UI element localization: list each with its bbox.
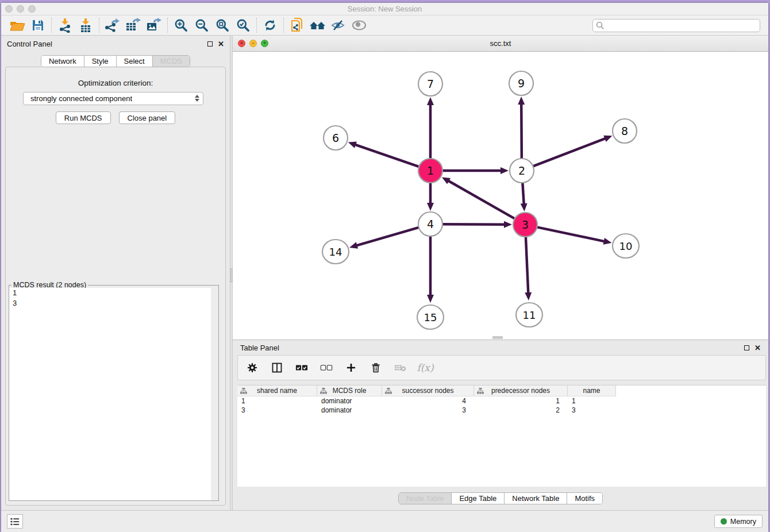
svg-text:9: 9 [518,77,525,90]
cell-predecessor-nodes[interactable]: 2 [474,406,568,415]
memory-button[interactable]: Memory [714,515,763,528]
tab-select[interactable]: Select [117,56,153,67]
graph-edge-4-3[interactable] [442,224,505,225]
graph-node-14[interactable]: 14 [322,240,349,264]
graph-node-3[interactable]: 3 [513,213,537,237]
graph-edge-3-1[interactable] [448,180,514,218]
cell-mcds-role[interactable]: dominator [317,396,382,406]
zoom-selected-button[interactable] [233,17,253,34]
import-table-button[interactable] [75,17,96,34]
cell-name[interactable]: 3 [568,406,616,415]
show-graphics-details-button[interactable] [349,17,369,34]
column-header-shared-name[interactable]: shared name [237,385,317,396]
search-input[interactable] [592,19,760,32]
column-header-successor-nodes[interactable]: successor nodes [382,385,474,396]
graph-node-11[interactable]: 11 [516,303,542,327]
column-label: name [583,387,600,395]
create-column-button[interactable] [344,360,359,375]
graph-node-7[interactable]: 7 [418,72,442,96]
network-minimize-button[interactable]: − [249,40,257,47]
toggle-panel-mode-button[interactable] [270,360,284,375]
result-scrollbar[interactable] [211,288,218,500]
graph-node-15[interactable]: 15 [417,305,444,329]
export-table-button[interactable] [123,17,144,34]
graph-node-4[interactable]: 4 [418,212,442,236]
network-graph[interactable]: 7968124314101511 [233,52,768,340]
float-table-panel-icon[interactable] [744,345,749,350]
graph-node-6[interactable]: 6 [324,126,348,150]
close-panel-icon[interactable]: ✕ [218,41,224,47]
cell-mcds-role[interactable]: dominator [317,406,382,415]
tab-network[interactable]: Network [41,56,84,67]
function-builder-button[interactable]: f(x) [418,360,433,375]
optimization-criterion-label: Optimization criterion: [6,79,225,87]
graph-node-9[interactable]: 9 [509,71,533,95]
open-session-button[interactable] [7,17,28,34]
column-type-icon [320,388,327,394]
delete-columns-button[interactable] [368,360,383,375]
table-tabbar: Node Table Edge Table Network Table Moti… [398,492,603,504]
cell-shared-name[interactable]: 1 [237,396,317,406]
graph-edge-2-8[interactable] [533,138,606,167]
column-label: predecessor nodes [491,387,550,395]
save-session-button[interactable] [28,17,48,34]
apply-layout-button[interactable] [260,17,280,34]
zoom-fit-button[interactable] [212,17,233,34]
export-image-icon [146,18,162,33]
network-close-button[interactable]: × [238,40,245,47]
cell-successor-nodes[interactable]: 4 [382,396,474,406]
new-network-from-selection-button[interactable] [287,17,307,34]
delete-table-button[interactable] [393,360,408,375]
cell-successor-nodes[interactable]: 3 [382,406,474,415]
tab-node-table[interactable]: Node Table [399,493,452,504]
import-network-button[interactable] [55,17,75,34]
close-panel-button[interactable]: Close panel [119,111,176,124]
cell-name[interactable]: 1 [568,396,616,406]
hide-graphics-details-button[interactable] [328,17,349,34]
tab-node-table-label: Node Table [406,494,444,503]
graph-node-10[interactable]: 10 [613,234,639,258]
graph-edge-3-10[interactable] [537,227,605,241]
cell-shared-name[interactable]: 3 [237,406,317,415]
export-image-button[interactable] [144,17,164,34]
cell-predecessor-nodes[interactable]: 1 [474,396,568,406]
mcds-result-text[interactable]: 1 3 [9,288,218,500]
criterion-select[interactable]: strongly connected component [23,92,203,105]
column-header-mcds-role[interactable]: MCDS role [317,385,382,396]
float-panel-icon[interactable] [207,41,213,47]
show-all-columns-button[interactable] [294,360,309,375]
graph-edge-2-9[interactable] [521,103,522,159]
table-settings-button[interactable] [245,360,260,375]
tab-network-table[interactable]: Network Table [505,493,567,504]
memory-label: Memory [730,518,756,526]
graph-edge-3-11[interactable] [526,237,528,294]
graph-edge-1-6[interactable] [355,144,419,167]
tab-edge-table[interactable]: Edge Table [452,493,505,504]
column-header-name[interactable]: name [568,385,616,396]
zoom-out-button[interactable] [191,17,212,34]
close-table-panel-icon[interactable]: ✕ [754,345,761,350]
table-row[interactable]: 1 dominator 4 1 1 [237,396,766,406]
column-header-predecessor-nodes[interactable]: predecessor nodes [474,385,568,396]
network-maximize-button[interactable]: + [261,40,268,47]
tab-motifs[interactable]: Motifs [567,493,602,504]
home-button[interactable] [307,17,328,34]
tab-mcds[interactable]: MCDS [153,56,190,67]
task-history-button[interactable] [7,514,23,529]
graph-node-8[interactable]: 8 [613,119,637,143]
graph-node-2[interactable]: 2 [510,159,534,183]
graph-edge-2-3[interactable] [522,183,523,205]
graph-edge-4-14[interactable] [356,228,419,246]
main-area: Control Panel ✕ Network Style Select MCD… [1,36,768,510]
canvas-scrollbar[interactable] [492,336,503,339]
network-canvas[interactable]: 7968124314101511 [233,52,768,340]
export-network-button[interactable] [102,17,123,34]
hide-all-columns-button[interactable] [319,360,334,375]
graph-node-1[interactable]: 1 [418,159,442,183]
tab-style[interactable]: Style [84,56,117,67]
table-row[interactable]: 3 dominator 3 2 3 [237,406,766,415]
zoom-in-button[interactable] [171,17,191,34]
graph-edge-arrowhead [427,203,434,211]
eye-icon [351,18,367,32]
run-mcds-button[interactable]: Run MCDS [56,111,111,124]
